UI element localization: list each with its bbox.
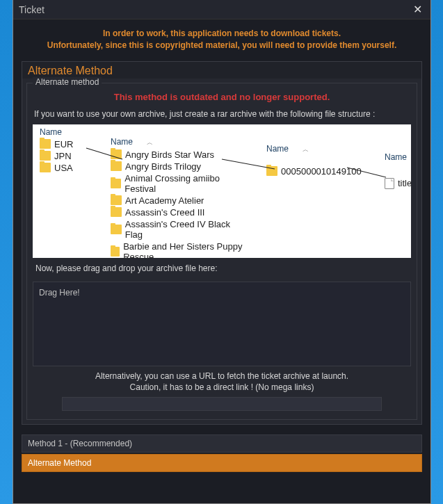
notice-line-2: Unfortunately, since this is copyrighted… xyxy=(27,40,417,51)
list-item: title.tik xyxy=(380,177,411,190)
notice-line-1: In order to work, this application needs… xyxy=(27,28,417,40)
url-hint-line-1: Alternatively, you can use a URL to fetc… xyxy=(31,371,412,382)
folder-icon xyxy=(111,179,121,188)
list-item: 0005000010149100 xyxy=(262,165,367,177)
close-icon[interactable]: ✕ xyxy=(410,3,425,16)
sort-asc-icon: ︿ xyxy=(133,139,153,146)
folder-label: EUR xyxy=(54,139,73,149)
list-item: Angry Birds Star Wars xyxy=(106,149,252,161)
sort-asc-icon: ︿ xyxy=(289,146,309,153)
fieldset-legend: Alternate method xyxy=(33,77,102,87)
titlebar: Ticket ✕ xyxy=(13,0,430,19)
folder-label: Assassin's Creed III xyxy=(125,207,204,218)
folder-icon xyxy=(40,139,51,149)
alternate-method-fieldset: Alternate method This method is outdated… xyxy=(26,83,417,421)
folder-label: Angry Birds Star Wars xyxy=(125,149,214,160)
url-hint-text: Alternatively, you can use a URL to fetc… xyxy=(31,371,412,394)
folder-label: JPN xyxy=(54,151,72,161)
column-header-name: Name xyxy=(35,124,91,138)
drag-drop-label: Drag Here! xyxy=(39,288,80,298)
column-header-name: Name︿ xyxy=(262,141,367,156)
tab-method1[interactable]: Method 1 - (Recommended) xyxy=(22,434,422,453)
list-item: USA xyxy=(35,162,91,174)
panel-header: Alternate Method xyxy=(22,62,421,79)
ticket-window: Ticket ✕ In order to work, this applicat… xyxy=(13,0,431,504)
folder-icon xyxy=(40,151,51,161)
folder-icon xyxy=(111,225,122,234)
notice-text: In order to work, this application needs… xyxy=(13,19,430,57)
folder-icon xyxy=(111,149,122,159)
list-item: Assassin's Creed III xyxy=(106,206,252,218)
list-item: Assassin's Creed IV Black Flag xyxy=(106,218,252,241)
url-hint-line-2: Caution, it has to be a direct link ! (N… xyxy=(31,382,412,393)
tab-alternate[interactable]: Alternate Method xyxy=(22,454,422,472)
folder-label: Angry Birds Trilogy xyxy=(125,161,201,172)
list-item: Angry Birds Trilogy xyxy=(106,161,252,172)
method-tabs: Method 1 - (Recommended) Alternate Metho… xyxy=(22,434,422,472)
warning-text: This method is outdated and no longer su… xyxy=(31,88,412,109)
url-input[interactable] xyxy=(62,397,382,411)
folder-icon xyxy=(111,247,120,257)
list-item: Animal Crossing amiibo Festival xyxy=(106,172,252,195)
folder-label: 0005000010149100 xyxy=(281,166,362,177)
list-item: Barbie and Her Sisters Puppy Rescue xyxy=(106,241,252,258)
window-title: Ticket xyxy=(19,4,45,15)
drag-instruction-text: Now, please drag and drop your archive f… xyxy=(31,259,412,280)
folder-label: Animal Crossing amiibo Festival xyxy=(124,173,248,194)
column-header-name: Name xyxy=(380,149,411,163)
file-label: title.tik xyxy=(398,178,411,188)
folder-icon xyxy=(111,207,122,217)
content-area: Alternate Method Alternate method This m… xyxy=(13,61,430,431)
list-item: EUR xyxy=(35,138,91,150)
instruction-text: If you want to use your own archive, jus… xyxy=(31,109,412,123)
folder-icon xyxy=(111,161,122,171)
folder-label: Barbie and Her Sisters Puppy Rescue xyxy=(123,241,248,258)
list-item: Art Academy Atelier xyxy=(106,195,252,206)
file-icon xyxy=(385,178,394,189)
folder-label: Art Academy Atelier xyxy=(125,195,204,206)
folder-icon xyxy=(266,166,277,176)
folder-icon xyxy=(111,195,122,205)
folder-label: Assassin's Creed IV Black Flag xyxy=(125,219,248,240)
list-item: JPN xyxy=(35,150,91,162)
drag-drop-zone[interactable]: Drag Here! xyxy=(33,282,411,366)
file-structure-example: Name EUR JPN USA Name︿ Angry Birds Star … xyxy=(33,124,411,258)
folder-label: USA xyxy=(54,163,73,173)
folder-icon xyxy=(40,163,51,172)
column-header-name: Name︿ xyxy=(106,134,252,149)
alternate-method-panel: Alternate Method Alternate method This m… xyxy=(22,61,422,425)
